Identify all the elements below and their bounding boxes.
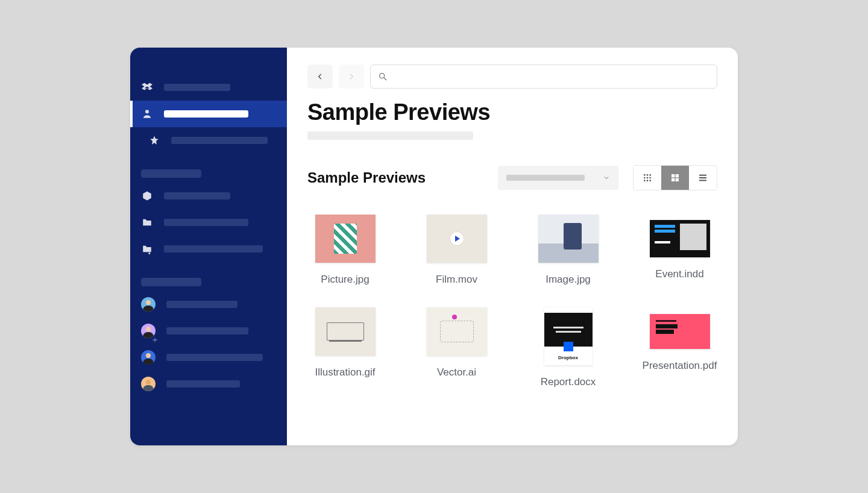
file-name: Image.jpg — [546, 274, 591, 286]
file-name: Vector.ai — [437, 366, 476, 378]
view-switcher — [633, 165, 717, 190]
grid-large-icon — [670, 173, 680, 183]
svg-point-8 — [649, 177, 651, 179]
toolbar — [307, 64, 717, 89]
sidebar-item-dropbox[interactable] — [130, 74, 287, 101]
svg-point-6 — [644, 177, 646, 179]
svg-rect-16 — [699, 175, 706, 176]
folder-bar: Sample Previews — [307, 165, 717, 190]
file-name: Event.indd — [655, 268, 703, 280]
sidebar-label — [164, 110, 248, 118]
page-title: Sample Previews — [307, 99, 717, 125]
svg-point-1 — [380, 74, 385, 78]
file-item[interactable]: Picture.jpg — [307, 215, 383, 286]
file-item[interactable]: Image.jpg — [530, 215, 606, 286]
star-icon — [148, 134, 160, 146]
file-item[interactable]: Vector.ai — [419, 307, 494, 388]
dropdown-label — [506, 175, 585, 181]
file-thumbnail — [650, 220, 710, 257]
svg-rect-17 — [699, 177, 706, 178]
sidebar-label — [166, 301, 237, 308]
breadcrumb-placeholder — [307, 131, 473, 140]
main-content: Sample Previews Sample Previews — [287, 48, 738, 445]
file-item[interactable]: Film.mov — [419, 215, 494, 286]
svg-rect-13 — [676, 174, 679, 177]
sidebar-item-user-2[interactable] — [130, 318, 287, 344]
sidebar-item-personal[interactable] — [130, 101, 287, 127]
svg-point-9 — [644, 180, 646, 181]
sidebar-section-header — [141, 278, 201, 286]
sidebar — [130, 48, 287, 445]
forward-button — [339, 64, 364, 89]
file-item[interactable]: Event.indd — [642, 215, 717, 286]
svg-point-3 — [644, 174, 646, 176]
play-icon — [450, 232, 464, 245]
svg-point-10 — [647, 180, 649, 181]
chevron-right-icon — [347, 72, 356, 81]
folder-plus-icon — [141, 243, 153, 255]
folder-controls — [498, 165, 717, 190]
svg-point-7 — [647, 177, 649, 179]
sidebar-item-new-folder[interactable] — [130, 236, 287, 262]
svg-line-2 — [384, 78, 386, 80]
sidebar-item-folder-a[interactable] — [130, 183, 287, 209]
view-list[interactable] — [689, 166, 717, 190]
file-name: Report.docx — [541, 376, 596, 388]
search-icon — [378, 72, 388, 81]
view-small-grid[interactable] — [634, 166, 661, 190]
sidebar-item-starred[interactable] — [130, 127, 287, 154]
svg-rect-18 — [699, 180, 706, 181]
search-input[interactable] — [370, 64, 717, 89]
list-icon — [698, 173, 708, 183]
grid-small-icon — [643, 173, 652, 183]
chevron-left-icon — [316, 72, 324, 81]
file-item[interactable]: Presentation.pdf — [642, 307, 717, 388]
sidebar-section-header — [141, 169, 201, 178]
avatar — [141, 377, 156, 391]
sidebar-item-folder-b[interactable] — [130, 209, 287, 236]
file-name: Film.mov — [436, 274, 477, 286]
avatar — [141, 297, 156, 312]
view-large-grid[interactable] — [661, 166, 689, 190]
sidebar-label — [166, 327, 248, 334]
folder-title: Sample Previews — [307, 169, 426, 186]
chevron-down-icon — [603, 174, 610, 181]
svg-rect-12 — [671, 174, 675, 177]
sidebar-label — [164, 219, 248, 226]
file-name: Picture.jpg — [321, 274, 369, 286]
file-thumbnail — [315, 215, 376, 263]
back-button[interactable] — [307, 64, 333, 89]
file-item[interactable]: Illustration.gif — [307, 307, 383, 388]
person-icon — [141, 108, 153, 120]
sidebar-label — [164, 84, 230, 91]
plus-badge-icon — [152, 334, 158, 341]
file-name: Illustration.gif — [315, 366, 375, 378]
file-thumbnail — [315, 307, 376, 356]
avatar — [141, 350, 156, 365]
sidebar-label — [166, 354, 263, 361]
sidebar-item-user-4[interactable] — [130, 371, 287, 397]
file-name: Presentation.pdf — [643, 360, 717, 372]
sidebar-item-user-3[interactable] — [130, 344, 287, 371]
app-window: Sample Previews Sample Previews — [130, 48, 738, 445]
file-thumbnail: Dropbox — [544, 307, 593, 365]
file-thumbnail — [538, 215, 599, 263]
file-thumbnail — [650, 314, 710, 349]
svg-point-0 — [145, 110, 149, 113]
sidebar-item-user-1[interactable] — [130, 291, 287, 318]
folder-icon — [141, 216, 153, 228]
sidebar-label — [171, 137, 268, 144]
file-item[interactable]: Dropbox Report.docx — [530, 307, 606, 388]
file-grid: Picture.jpg Film.mov Image.jpg Event.ind… — [307, 215, 717, 388]
box-icon — [141, 190, 153, 202]
svg-point-5 — [649, 174, 651, 176]
sidebar-label — [166, 380, 240, 388]
sidebar-label — [164, 245, 263, 253]
svg-point-4 — [647, 174, 649, 176]
dropbox-icon — [141, 81, 153, 93]
sort-dropdown[interactable] — [498, 166, 618, 190]
svg-point-11 — [649, 180, 651, 181]
file-thumbnail — [427, 307, 487, 356]
file-thumbnail — [427, 215, 487, 263]
svg-rect-15 — [676, 178, 679, 181]
